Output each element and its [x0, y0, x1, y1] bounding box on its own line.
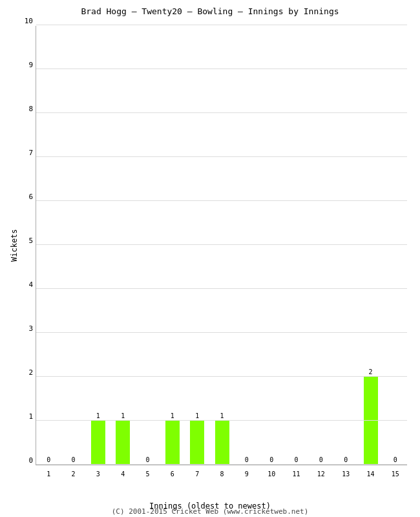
chart-container: Brad Hogg — Twenty20 — Bowling — Innings… [0, 0, 420, 517]
y-tick-label: 8 [17, 105, 33, 113]
grid-line [36, 376, 407, 377]
grid-line [36, 464, 407, 465]
bar-value-label: 0 [339, 456, 352, 463]
grid-line [36, 25, 407, 25]
x-tick-label: 9 [245, 470, 249, 478]
y-axis-title: Wickets [10, 26, 19, 465]
bar-value-label: 0 [315, 456, 328, 463]
chart-area: 010213140516171809010011012013214015 012… [36, 26, 407, 465]
grid-line [36, 156, 407, 157]
bar-value-label: 1 [92, 412, 105, 419]
bar-value-label: 0 [67, 456, 80, 463]
bar [190, 421, 204, 465]
grid-line [36, 332, 407, 333]
grid-line [36, 420, 407, 421]
bar-value-label: 0 [142, 456, 154, 463]
y-tick-label: 6 [17, 193, 33, 201]
bar [165, 421, 180, 465]
y-tick-label: 4 [17, 280, 33, 289]
x-tick-label: 7 [195, 470, 199, 478]
bar-value-label: 2 [364, 368, 377, 375]
y-tick-label: 10 [17, 17, 33, 25]
x-tick-label: 13 [342, 470, 350, 478]
bar-value-label: 1 [116, 412, 129, 419]
bar [91, 421, 105, 465]
bar-value-label: 1 [166, 412, 179, 419]
grid-line [36, 244, 407, 245]
y-tick-label: 3 [17, 324, 33, 333]
bar [215, 421, 229, 465]
bar [116, 421, 130, 465]
x-tick-label: 5 [145, 470, 149, 478]
chart-title: Brad Hogg — Twenty20 — Bowling — Innings… [0, 0, 420, 19]
y-tick-label: 0 [17, 456, 33, 465]
bar-value-label: 0 [389, 456, 402, 463]
x-tick-label: 4 [121, 470, 125, 478]
y-tick-label: 1 [17, 412, 33, 421]
x-tick-label: 3 [96, 470, 100, 478]
bar-value-label: 0 [240, 456, 253, 463]
grid-line [36, 69, 407, 69]
bar-value-label: 1 [191, 412, 204, 419]
x-tick-label: 12 [317, 470, 325, 478]
bar-value-label: 1 [216, 412, 229, 419]
bar-value-label: 0 [42, 456, 55, 463]
x-tick-label: 10 [268, 470, 275, 478]
grid-line [36, 288, 407, 289]
bar [364, 377, 378, 465]
grid-line [36, 200, 407, 201]
y-tick-label: 5 [17, 237, 33, 245]
bars-container: 010213140516171809010011012013214015 [36, 26, 407, 465]
y-tick-label: 2 [17, 368, 33, 377]
x-tick-label: 15 [392, 470, 399, 478]
grid-line [36, 112, 407, 113]
x-tick-label: 11 [292, 470, 300, 478]
copyright: (C) 2001-2015 Cricket Web (www.cricketwe… [0, 507, 420, 516]
x-tick-label: 8 [220, 470, 224, 478]
x-tick-label: 1 [47, 470, 50, 478]
bar-value-label: 0 [265, 456, 278, 463]
x-tick-label: 14 [366, 470, 374, 478]
bar-value-label: 0 [290, 456, 303, 463]
y-tick-label: 9 [17, 61, 33, 69]
x-tick-label: 6 [171, 470, 174, 478]
x-tick-label: 2 [71, 470, 75, 478]
y-tick-label: 7 [17, 149, 33, 157]
